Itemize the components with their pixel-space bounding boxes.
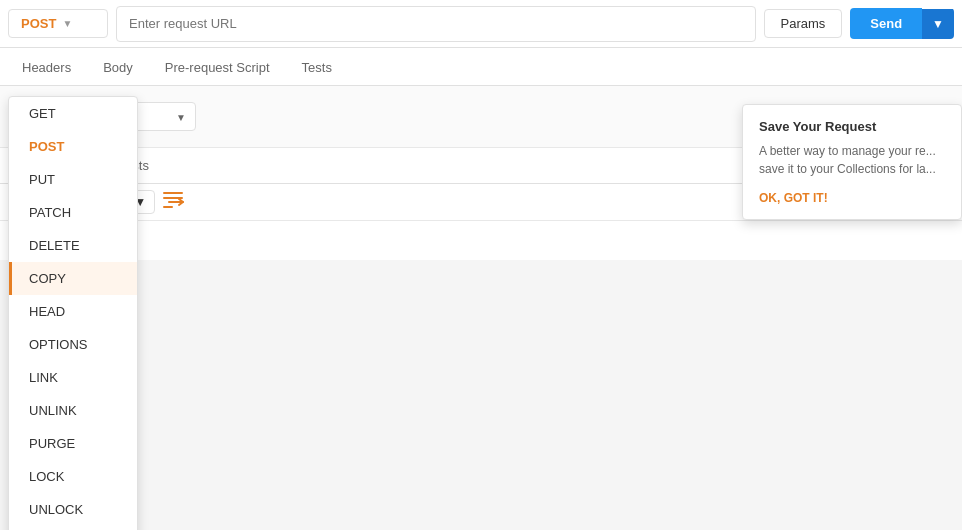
- dropdown-item-link[interactable]: LINK: [9, 361, 137, 394]
- dropdown-item-put[interactable]: PUT: [9, 163, 137, 196]
- tooltip-ok-button[interactable]: OK, GOT IT!: [759, 191, 828, 205]
- method-label: POST: [21, 16, 56, 31]
- url-input[interactable]: [116, 6, 756, 42]
- method-button[interactable]: POST ▼: [8, 9, 108, 38]
- method-chevron: ▼: [62, 18, 72, 29]
- dropdown-item-propfind[interactable]: PROPFIND: [9, 526, 137, 530]
- top-bar: POST ▼ Params Send ▼: [0, 0, 962, 48]
- response-body: le specified.: [0, 221, 962, 260]
- save-request-tooltip: Save Your Request A better way to manage…: [742, 104, 962, 220]
- main-content: GET POST PUT PATCH DELETE COPY HEAD OPTI…: [0, 48, 962, 260]
- send-btn-group: Send ▼: [850, 8, 954, 39]
- send-button[interactable]: Send: [850, 8, 922, 39]
- tab-headers[interactable]: Headers: [8, 52, 85, 85]
- dropdown-item-lock[interactable]: LOCK: [9, 460, 137, 493]
- dropdown-item-purge[interactable]: PURGE: [9, 427, 137, 460]
- svg-rect-2: [163, 206, 173, 208]
- dropdown-item-delete[interactable]: DELETE: [9, 229, 137, 262]
- tab-tests[interactable]: Tests: [288, 52, 346, 85]
- method-dropdown: GET POST PUT PATCH DELETE COPY HEAD OPTI…: [8, 96, 138, 530]
- wrap-icon[interactable]: [163, 191, 185, 213]
- request-tabs-row: Headers Body Pre-request Script Tests: [0, 48, 962, 86]
- tooltip-title: Save Your Request: [759, 119, 945, 134]
- dropdown-item-unlink[interactable]: UNLINK: [9, 394, 137, 427]
- params-button[interactable]: Params: [764, 9, 843, 38]
- dropdown-item-options[interactable]: OPTIONS: [9, 328, 137, 361]
- tab-body[interactable]: Body: [89, 52, 147, 85]
- tooltip-text: A better way to manage your re... save i…: [759, 142, 945, 178]
- dropdown-item-patch[interactable]: PATCH: [9, 196, 137, 229]
- dropdown-item-copy[interactable]: COPY: [9, 262, 137, 295]
- dropdown-item-head[interactable]: HEAD: [9, 295, 137, 328]
- send-chevron-button[interactable]: ▼: [922, 9, 954, 39]
- dropdown-item-unlock[interactable]: UNLOCK: [9, 493, 137, 526]
- tab-pre-request[interactable]: Pre-request Script: [151, 52, 284, 85]
- dropdown-item-get[interactable]: GET: [9, 97, 137, 130]
- svg-rect-0: [163, 192, 183, 194]
- dropdown-item-post[interactable]: POST: [9, 130, 137, 163]
